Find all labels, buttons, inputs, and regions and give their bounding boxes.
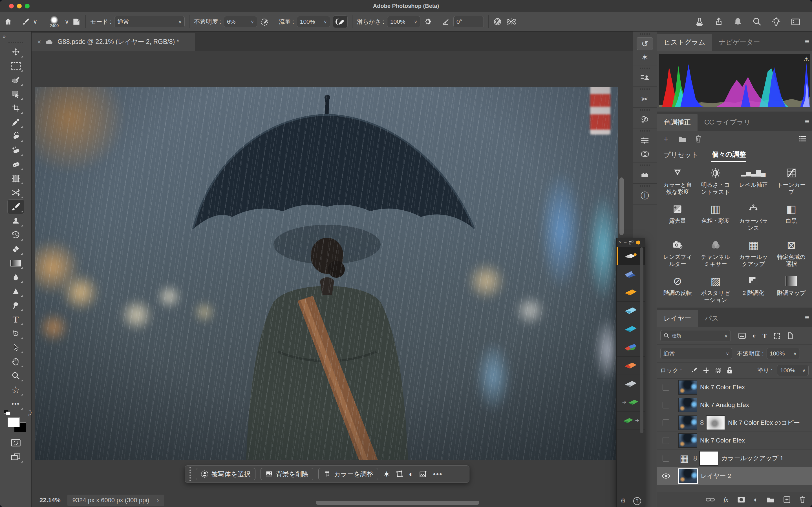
foreground-color-swatch[interactable]: [8, 417, 20, 427]
adjustments-panel-icon[interactable]: [637, 134, 653, 147]
layer-name[interactable]: Nik 7 Analog Efex: [700, 401, 749, 409]
tab-adjustments[interactable]: 色調補正: [657, 114, 698, 131]
add-mask-icon[interactable]: [737, 496, 746, 503]
history-panel-icon[interactable]: ↺: [637, 38, 653, 50]
adjustment-color-lookup[interactable]: ▦カラールッ クアップ: [734, 239, 772, 268]
angle-input[interactable]: 0°: [453, 16, 484, 27]
zoom-tool[interactable]: [8, 369, 24, 383]
channels-panel-icon[interactable]: [637, 148, 653, 160]
tab-cc-libraries[interactable]: CC ライブラリ: [698, 114, 757, 131]
custom-shape-tool[interactable]: ☆: [8, 383, 24, 397]
document-size-info[interactable]: 9324 px x 6000 px (300 ppi) ›: [67, 495, 164, 506]
swap-arrows-tool[interactable]: [8, 186, 24, 200]
filter-adjustment-layers-icon[interactable]: ◐: [752, 332, 756, 340]
plugin-help-icon[interactable]: ?: [633, 497, 641, 505]
visibility-toggle[interactable]: [657, 414, 675, 432]
select-subject-button[interactable]: 被写体を選択: [196, 468, 255, 480]
layer-comps-panel-icon[interactable]: [637, 114, 653, 126]
brush-tool[interactable]: [8, 200, 24, 214]
patterns-panel-icon[interactable]: [637, 169, 653, 181]
new-adjustment-layer-icon[interactable]: ◐: [754, 496, 758, 504]
layer-thumbnail[interactable]: [678, 398, 697, 412]
history-brush-tool[interactable]: [8, 228, 24, 242]
pressure-size-icon[interactable]: [493, 17, 503, 26]
visibility-toggle[interactable]: [657, 379, 675, 396]
adjustment-color-balance[interactable]: カラーバラ ンス: [734, 203, 772, 231]
vertical-scrollbar[interactable]: [619, 177, 624, 235]
adjustment-hue-saturation[interactable]: ▥色相・彩度: [697, 203, 735, 231]
blur-tool[interactable]: [8, 270, 24, 284]
more-options-icon[interactable]: •••: [433, 470, 442, 478]
layer-row[interactable]: ▦ 8 カラールックアップ 1: [657, 450, 812, 467]
marquee-tool[interactable]: [8, 59, 24, 73]
clone-source-panel-icon[interactable]: [637, 72, 653, 84]
visibility-toggle[interactable]: [657, 450, 675, 467]
toolbar-collapse-icon[interactable]: »: [0, 32, 31, 41]
layer-thumbnail[interactable]: [678, 415, 697, 430]
chevron-down-icon[interactable]: ∨: [33, 18, 37, 25]
document-tab[interactable]: × G88.psdc @ 22.1% (レイヤー 2, RGB/8) *: [32, 33, 195, 51]
adjustment-icon[interactable]: ◐: [409, 469, 414, 479]
brush-preview[interactable]: 2400: [47, 16, 62, 27]
adjustment-curves[interactable]: トーンカー ブ: [772, 167, 811, 195]
swap-colors-icon[interactable]: ⤸: [28, 409, 32, 416]
layer-row[interactable]: 8 Nik 7 Color Efex のコピー: [657, 414, 812, 432]
lock-position-icon[interactable]: [703, 367, 710, 374]
smoothing-select[interactable]: 100% ∨: [387, 16, 420, 27]
close-tab-icon[interactable]: ×: [37, 38, 41, 46]
adjustment-channel-mixer[interactable]: チャンネル ミキサー: [697, 239, 735, 268]
chevron-down-icon[interactable]: ∨: [64, 18, 69, 25]
layer-name[interactable]: Nik 7 Color Efex のコピー: [728, 418, 800, 427]
generative-panel-icon[interactable]: ✶: [637, 51, 653, 63]
default-colors-icon[interactable]: [4, 410, 11, 415]
adjustment-color-vibrance[interactable]: カラーと自 然な彩度: [659, 167, 697, 195]
lock-all-icon[interactable]: [726, 367, 733, 374]
list-view-icon[interactable]: [799, 135, 807, 143]
toolbar-grip[interactable]: [0, 42, 31, 43]
remove-tool[interactable]: [8, 129, 24, 144]
adjustment-gradient-map[interactable]: 階調マップ: [772, 275, 811, 304]
eraser-tool[interactable]: [8, 242, 24, 256]
opacity-select[interactable]: 6% ∨: [224, 16, 257, 27]
tab-paths[interactable]: パス: [698, 310, 725, 327]
adjustment-photo-filter[interactable]: レンズフィ ルター: [659, 239, 697, 268]
tab-layers[interactable]: レイヤー: [657, 310, 698, 327]
zoom-level[interactable]: 22.14%: [40, 497, 61, 504]
screen-mode-button[interactable]: [8, 450, 24, 464]
layer-name[interactable]: レイヤー 2: [701, 472, 731, 480]
flow-select[interactable]: 100% ∨: [297, 16, 330, 27]
toggle-brush-settings-icon[interactable]: [72, 17, 81, 26]
layer-row[interactable]: Nik 7 Color Efex: [657, 379, 812, 396]
subtab-presets[interactable]: プリセット: [663, 148, 699, 162]
healing-brush-tool[interactable]: [8, 158, 24, 172]
frame-tool[interactable]: [8, 172, 24, 186]
close-icon[interactable]: ×: [619, 240, 621, 245]
object-selection-tool[interactable]: [8, 87, 24, 101]
airbrush-toggle-icon[interactable]: [333, 15, 348, 28]
discover-lightbulb-icon[interactable]: [771, 17, 781, 26]
beta-flask-icon[interactable]: [695, 17, 704, 26]
visibility-toggle[interactable]: [657, 467, 675, 485]
layer-thumbnail[interactable]: [678, 380, 697, 395]
layer-filter-select[interactable]: 種類 ∨: [660, 330, 731, 341]
layer-opacity-select[interactable]: 100% ∨: [767, 348, 800, 359]
lock-pixels-icon[interactable]: [691, 367, 698, 374]
workspace-icon[interactable]: [791, 17, 801, 26]
symmetry-butterfly-icon[interactable]: [506, 16, 517, 27]
tab-navigator[interactable]: ナビゲーター: [712, 34, 767, 51]
notifications-bell-icon[interactable]: [733, 17, 743, 26]
mask-link-icon[interactable]: 8: [693, 454, 697, 462]
edit-toolbar-more-icon[interactable]: •••: [8, 397, 24, 411]
pen-tool[interactable]: [8, 327, 24, 341]
layer-thumbnail[interactable]: [678, 468, 698, 484]
move-tool[interactable]: [8, 45, 24, 59]
plugin-settings-gear-icon[interactable]: ⚙: [620, 497, 626, 505]
crop-tool[interactable]: [8, 101, 24, 115]
layer-mask-thumbnail[interactable]: [706, 415, 725, 430]
eyedropper-tool[interactable]: [8, 115, 24, 129]
lock-artboard-icon[interactable]: [714, 367, 722, 374]
gradient-tool[interactable]: [8, 256, 24, 270]
adjustment-exposure[interactable]: 露光量: [659, 203, 697, 231]
adjust-color-button[interactable]: カラーを調整: [318, 468, 378, 480]
spot-healing-brush-tool[interactable]: [8, 144, 24, 158]
